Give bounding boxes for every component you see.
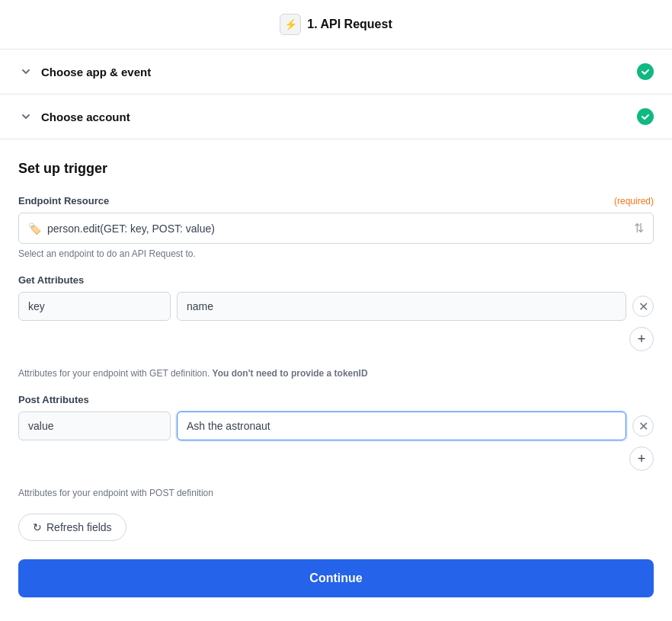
post-attributes-group: Post Attributes ✕ + Attributes for your … xyxy=(18,394,654,498)
chevron-down-icon-2 xyxy=(18,109,34,124)
check-icon-2 xyxy=(641,112,650,121)
post-attr-value-input[interactable] xyxy=(177,411,626,440)
get-attributes-group: Get Attributes ✕ + Attributes for your e… xyxy=(18,274,654,379)
get-attr-remove-button[interactable]: ✕ xyxy=(632,296,654,317)
get-attr-key-input[interactable] xyxy=(18,292,171,321)
get-attr-label: Get Attributes xyxy=(18,274,84,286)
post-attr-key-input[interactable] xyxy=(18,411,171,440)
get-attr-add-button[interactable]: + xyxy=(629,327,654,351)
post-attr-add-button[interactable]: + xyxy=(629,447,654,471)
chevron-icon: ⇅ xyxy=(634,221,644,235)
header-icon: ⚡ xyxy=(280,14,301,35)
get-attr-hint: Attributes for your endpoint with GET de… xyxy=(18,368,654,379)
choose-app-event-label: Choose app & event xyxy=(41,66,637,78)
choose-app-event-check xyxy=(637,63,654,80)
tag-icon: 🏷️ xyxy=(28,222,41,235)
refresh-fields-label: Refresh fields xyxy=(46,521,112,533)
check-icon xyxy=(641,67,650,76)
setup-trigger-content: Set up trigger Endpoint Resource (requir… xyxy=(0,139,672,619)
choose-account-header[interactable]: Choose account xyxy=(18,94,654,139)
choose-account-section: Choose account xyxy=(0,94,672,139)
choose-app-event-header[interactable]: Choose app & event xyxy=(18,50,654,94)
continue-button[interactable]: Continue xyxy=(18,559,654,597)
endpoint-hint: Select an endpoint to do an API Request … xyxy=(18,248,654,259)
post-attr-remove-button[interactable]: ✕ xyxy=(632,415,654,437)
lightning-icon: ⚡ xyxy=(284,18,297,30)
refresh-fields-button[interactable]: ↻ Refresh fields xyxy=(18,514,126,541)
endpoint-resource-group: Endpoint Resource (required) 🏷️ person.e… xyxy=(18,195,654,259)
post-attr-row: ✕ xyxy=(18,411,654,440)
get-attr-hint-text: Attributes for your endpoint with GET de… xyxy=(18,368,210,379)
endpoint-select[interactable]: 🏷️ person.edit(GET: key, POST: value) ⇅ xyxy=(18,213,654,244)
get-attr-label-row: Get Attributes xyxy=(18,274,654,286)
page-title: 1. API Request xyxy=(307,18,392,31)
chevron-down-icon xyxy=(18,64,34,79)
choose-account-check xyxy=(637,108,654,125)
post-attr-hint: Attributes for your endpoint with POST d… xyxy=(18,488,654,498)
post-attr-label-row: Post Attributes xyxy=(18,394,654,405)
endpoint-required-badge: (required) xyxy=(614,196,654,206)
get-attr-hint-bold: You don't need to provide a tokenID xyxy=(213,368,368,379)
endpoint-label: Endpoint Resource xyxy=(18,195,109,206)
choose-account-label: Choose account xyxy=(41,110,637,123)
post-attr-label: Post Attributes xyxy=(18,394,89,405)
choose-app-event-section: Choose app & event xyxy=(0,50,672,94)
refresh-icon: ↻ xyxy=(33,521,42,533)
get-attr-value-input[interactable] xyxy=(177,292,626,321)
setup-trigger-title: Set up trigger xyxy=(18,161,654,177)
endpoint-value: person.edit(GET: key, POST: value) xyxy=(47,222,634,235)
get-attr-row: ✕ xyxy=(18,292,654,321)
page-header: ⚡ 1. API Request xyxy=(0,0,672,50)
endpoint-label-row: Endpoint Resource (required) xyxy=(18,195,654,206)
